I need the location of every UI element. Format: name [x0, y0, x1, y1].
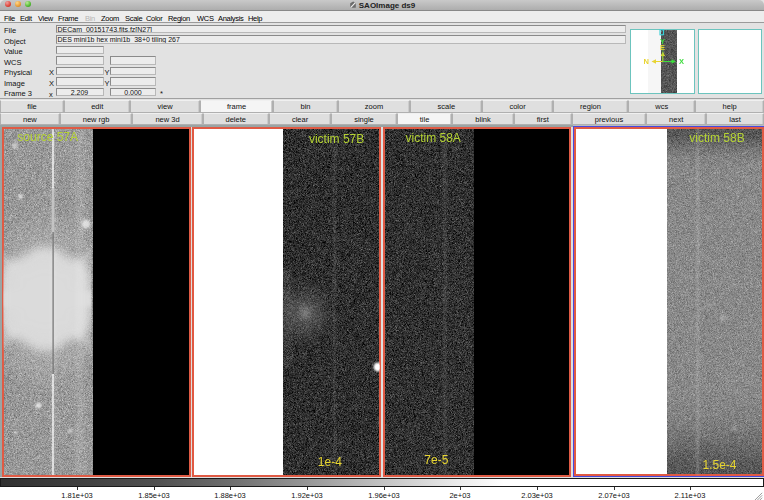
svg-text:Y: Y	[660, 37, 665, 46]
svg-text:N: N	[644, 57, 649, 66]
svg-text:victim 57B: victim 57B	[309, 132, 364, 146]
svg-text:7e-5: 7e-5	[424, 453, 448, 467]
svg-text:1e-4: 1e-4	[318, 455, 342, 469]
svg-text:victim 58A: victim 58A	[406, 131, 461, 145]
svg-text:X: X	[679, 57, 684, 66]
svg-text:victim 58B: victim 58B	[689, 131, 744, 145]
svg-text:source 57A: source 57A	[17, 130, 78, 144]
svg-text:1.5e-4: 1.5e-4	[703, 458, 737, 472]
